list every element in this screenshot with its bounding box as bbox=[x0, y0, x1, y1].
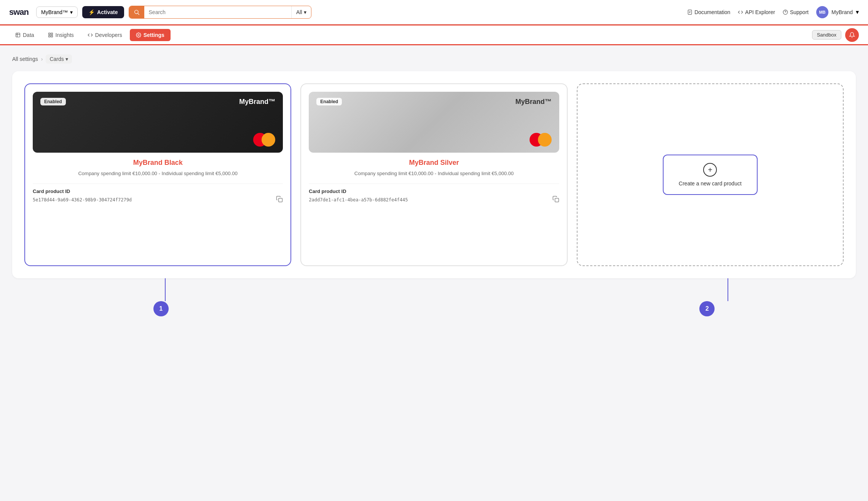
tab-insights[interactable]: Insights bbox=[42, 29, 80, 41]
card-id-value-black: 5e178d44-9a69-4362-98b9-304724f7279d bbox=[33, 197, 132, 203]
annotation-line-1 bbox=[165, 278, 166, 301]
card-id-value-silver: 2add7de1-afc1-4bea-a57b-6d882fe4f445 bbox=[309, 197, 408, 203]
breadcrumb-current[interactable]: Cards ▾ bbox=[46, 54, 72, 64]
annotation-1-wrapper: 1 bbox=[24, 301, 297, 316]
card-limits-silver: Company spending limit €10,000.00 - Indi… bbox=[309, 170, 559, 177]
card-product-silver[interactable]: Enabled MyBrand™ MyBrand Silver Company … bbox=[300, 83, 567, 266]
doc-icon bbox=[687, 10, 692, 15]
mc-orange-circle bbox=[262, 133, 275, 147]
card-id-label-black: Card product ID bbox=[33, 188, 283, 194]
card-id-section-silver: Card product ID 2add7de1-afc1-4bea-a57b-… bbox=[309, 183, 559, 204]
chevron-down-icon: ▾ bbox=[70, 9, 73, 15]
activate-button[interactable]: ⚡ Activate bbox=[82, 6, 124, 18]
annotation-circle-1: 1 bbox=[153, 301, 169, 316]
brand-selector[interactable]: MyBrand™ ▾ bbox=[36, 6, 78, 18]
enabled-badge-silver: Enabled bbox=[316, 98, 342, 105]
card-product-black[interactable]: Enabled MyBrand™ MyBrand Black Company s… bbox=[24, 83, 291, 266]
breadcrumb-parent[interactable]: All settings bbox=[12, 56, 38, 62]
bell-icon bbox=[849, 32, 855, 38]
card-id-row-silver: 2add7de1-afc1-4bea-a57b-6d882fe4f445 bbox=[309, 196, 559, 204]
svg-rect-2 bbox=[688, 10, 691, 14]
bottom-annotations: 1 2 bbox=[12, 301, 856, 316]
insights-icon bbox=[48, 32, 53, 38]
tab-data[interactable]: Data bbox=[9, 29, 40, 41]
api-explorer-link[interactable]: API Explorer bbox=[738, 9, 775, 15]
annotation-2-wrapper: 2 bbox=[571, 301, 844, 316]
documentation-link[interactable]: Documentation bbox=[687, 9, 730, 15]
card-limits-black: Company spending limit €10,000.00 - Indi… bbox=[33, 170, 283, 177]
user-menu[interactable]: MB MyBrand ▾ bbox=[816, 6, 859, 18]
card-id-label-silver: Card product ID bbox=[309, 188, 559, 194]
mastercard-logo-silver bbox=[530, 133, 552, 147]
tab-developers[interactable]: Developers bbox=[81, 29, 128, 41]
card-brand-name-black: MyBrand™ bbox=[239, 98, 275, 106]
developers-icon bbox=[88, 32, 93, 38]
tab-settings[interactable]: Settings bbox=[130, 29, 171, 41]
main-content: All settings › Cards ▾ Enabled MyBrand™ … bbox=[0, 45, 868, 347]
sandbox-button[interactable]: Sandbox bbox=[812, 30, 841, 40]
card-id-section-black: Card product ID 5e178d44-9a69-4362-98b9-… bbox=[33, 183, 283, 204]
code-icon bbox=[738, 10, 743, 15]
svg-rect-12 bbox=[48, 35, 50, 37]
svg-rect-10 bbox=[48, 33, 50, 34]
filter-chevron-icon: ▾ bbox=[304, 9, 306, 15]
card-visual-silver: Enabled MyBrand™ bbox=[309, 92, 559, 153]
search-bar: All ▾ bbox=[129, 6, 311, 19]
enabled-badge-black: Enabled bbox=[40, 98, 66, 105]
annotation-2-spacer bbox=[297, 301, 570, 316]
svg-rect-15 bbox=[279, 198, 282, 202]
svg-line-1 bbox=[138, 13, 139, 15]
copy-icon-black[interactable] bbox=[276, 196, 283, 204]
card-id-row-black: 5e178d44-9a69-4362-98b9-304724f7279d bbox=[33, 196, 283, 204]
data-icon bbox=[15, 32, 21, 38]
notification-button[interactable] bbox=[845, 28, 859, 42]
support-icon bbox=[783, 10, 788, 15]
cards-grid: Enabled MyBrand™ MyBrand Black Company s… bbox=[12, 71, 856, 278]
mastercard-logo-black bbox=[253, 133, 275, 147]
annotation-lines bbox=[12, 278, 856, 301]
card-visual-black: Enabled MyBrand™ bbox=[33, 92, 283, 153]
search-input[interactable] bbox=[144, 6, 291, 18]
app-logo: swan bbox=[9, 7, 29, 17]
card-title-black: MyBrand Black bbox=[33, 159, 283, 167]
new-card-placeholder: + Create a new card product bbox=[577, 83, 844, 266]
settings-icon bbox=[136, 32, 141, 38]
svg-point-0 bbox=[134, 10, 138, 13]
sub-nav-right: Sandbox bbox=[812, 28, 859, 42]
breadcrumb-chevron-icon: ▾ bbox=[65, 56, 68, 62]
cards-grid-container: Enabled MyBrand™ MyBrand Black Company s… bbox=[12, 71, 856, 301]
card-brand-name-silver: MyBrand™ bbox=[515, 98, 552, 106]
annotation-circle-2: 2 bbox=[699, 301, 715, 316]
sub-navigation: Data Insights Developers Settings Sandbo… bbox=[0, 26, 868, 45]
annotation-line-2 bbox=[728, 278, 728, 301]
copy-icon-silver[interactable] bbox=[552, 196, 559, 204]
svg-rect-16 bbox=[555, 198, 558, 202]
svg-rect-11 bbox=[51, 33, 53, 34]
svg-point-14 bbox=[138, 34, 139, 36]
lightning-icon: ⚡ bbox=[88, 9, 95, 15]
avatar: MB bbox=[816, 6, 828, 18]
nav-right: Documentation API Explorer Support MB My… bbox=[687, 6, 859, 18]
search-icon-wrap bbox=[129, 6, 144, 18]
support-link[interactable]: Support bbox=[783, 9, 809, 15]
breadcrumb: All settings › Cards ▾ bbox=[12, 54, 856, 64]
search-icon bbox=[134, 9, 140, 15]
svg-rect-7 bbox=[16, 33, 20, 37]
mc-orange-circle-silver bbox=[538, 133, 552, 147]
new-card-label: Create a new card product bbox=[679, 180, 742, 187]
breadcrumb-separator: › bbox=[41, 56, 43, 62]
card-title-silver: MyBrand Silver bbox=[309, 159, 559, 167]
svg-rect-13 bbox=[51, 35, 53, 37]
search-filter-dropdown[interactable]: All ▾ bbox=[291, 6, 311, 18]
top-navigation: swan MyBrand™ ▾ ⚡ Activate All ▾ Documen… bbox=[0, 0, 868, 24]
user-chevron-icon: ▾ bbox=[856, 8, 859, 16]
create-new-card-button[interactable]: + Create a new card product bbox=[663, 155, 758, 195]
plus-icon: + bbox=[703, 163, 717, 177]
